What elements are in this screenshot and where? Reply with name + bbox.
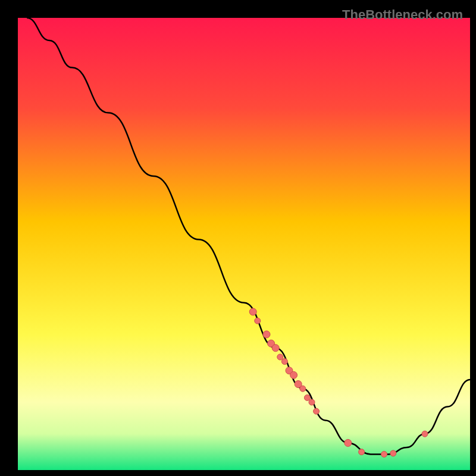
watermark-text: TheBottleneck.com bbox=[342, 7, 463, 23]
data-point bbox=[309, 399, 315, 405]
data-point bbox=[381, 451, 387, 457]
data-point bbox=[255, 318, 261, 324]
data-point bbox=[263, 331, 270, 338]
data-point bbox=[290, 371, 298, 378]
data-point bbox=[300, 386, 306, 392]
data-point bbox=[304, 394, 310, 400]
data-point bbox=[422, 431, 428, 437]
data-point bbox=[314, 408, 320, 414]
data-point bbox=[272, 345, 279, 352]
bottleneck-chart bbox=[18, 18, 470, 470]
chart-background bbox=[18, 18, 470, 470]
data-point bbox=[359, 449, 365, 455]
data-point bbox=[345, 439, 352, 446]
data-point bbox=[281, 359, 287, 365]
data-point bbox=[249, 308, 256, 315]
chart-frame: TheBottleneck.com bbox=[6, 6, 470, 470]
data-point bbox=[390, 450, 396, 456]
data-point bbox=[277, 354, 283, 360]
